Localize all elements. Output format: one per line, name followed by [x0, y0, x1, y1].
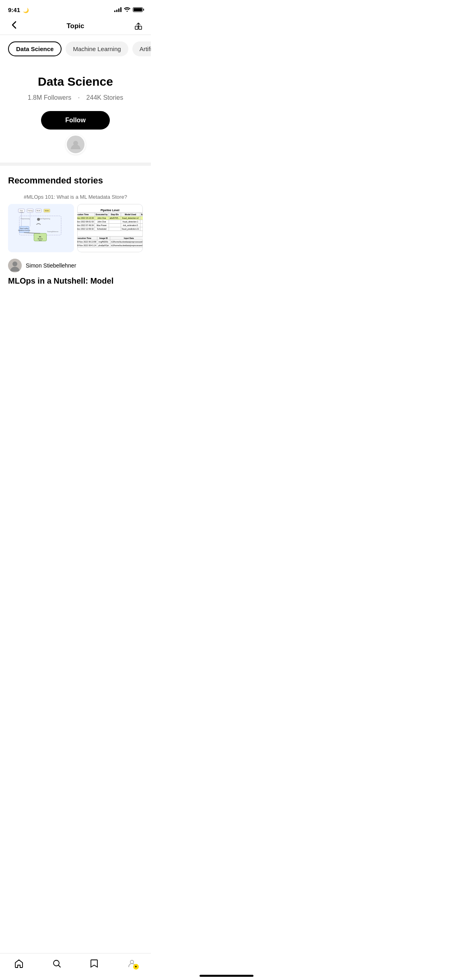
- follower-avatar-preview: [66, 134, 86, 154]
- share-button[interactable]: [131, 22, 143, 31]
- svg-text:Training: Training: [28, 210, 33, 212]
- svg-rect-0: [135, 26, 138, 29]
- nav-bar: Topic: [0, 18, 151, 35]
- story-image-left: Data Loading Training Model Validate: [8, 204, 74, 252]
- svg-text:Feature Engineering: Feature Engineering: [37, 218, 50, 220]
- svg-text:ML: ML: [39, 236, 42, 238]
- svg-text:Data Loading: Data Loading: [20, 228, 29, 229]
- page-title: Topic: [66, 22, 84, 30]
- story-images: Data Loading Training Model Validate: [8, 204, 143, 252]
- svg-point-30: [12, 261, 17, 266]
- svg-text:Data: Data: [20, 210, 23, 212]
- hero-section: Data Science 1.8M Followers · 244K Stori…: [0, 63, 151, 163]
- svg-text:Model: Model: [37, 210, 41, 212]
- svg-text:Store: Store: [39, 240, 42, 241]
- status-icons: [114, 6, 143, 13]
- back-button[interactable]: [8, 21, 20, 31]
- article-title[interactable]: MLOps in a Nutshell: Model: [8, 276, 143, 286]
- svg-text:Metadata: Metadata: [38, 238, 43, 240]
- signal-icon: [114, 7, 121, 12]
- svg-text:Data/Artifact Handover: Data/Artifact Handover: [18, 230, 31, 231]
- author-row[interactable]: Simon Stiebellehner: [8, 259, 143, 272]
- topic-pills-container: Data Science Machine Learning Artificial…: [0, 35, 151, 63]
- svg-text:Validate: Validate: [45, 210, 49, 212]
- svg-text:Training/Inference: Training/Inference: [47, 231, 58, 233]
- topic-pill-ai[interactable]: Artificial Intelligence: [132, 41, 151, 56]
- status-time: 9:41 🌙: [8, 6, 29, 13]
- topic-pill-machine-learning[interactable]: Machine Learning: [66, 41, 128, 56]
- story-image-right: Pipeline Level Pipeline ID Execution ID …: [77, 204, 143, 252]
- story-card[interactable]: #MLOps 101: What is a ML Metadata Store?…: [8, 194, 143, 294]
- svg-rect-1: [139, 26, 142, 29]
- topic-pill-data-science[interactable]: Data Science: [8, 41, 62, 56]
- recommended-title: Recommended stories: [8, 175, 143, 186]
- moon-icon: 🌙: [23, 8, 29, 13]
- follow-button[interactable]: Follow: [41, 111, 110, 130]
- recommended-section: Recommended stories #MLOps 101: What is …: [0, 166, 151, 294]
- author-avatar: [8, 259, 22, 272]
- section-divider: [0, 163, 151, 166]
- author-name: Simon Stiebellehner: [26, 262, 76, 269]
- topic-title: Data Science: [8, 75, 143, 89]
- battery-icon: [133, 7, 143, 12]
- story-headline: #MLOps 101: What is a ML Metadata Store?: [8, 194, 143, 200]
- wifi-icon: [124, 6, 130, 13]
- status-bar: 9:41 🌙: [0, 0, 151, 18]
- share-icon: [134, 22, 143, 31]
- svg-text:Preprocessing: Preprocessing: [21, 218, 29, 220]
- topic-stats: 1.8M Followers · 244K Stories: [8, 94, 143, 101]
